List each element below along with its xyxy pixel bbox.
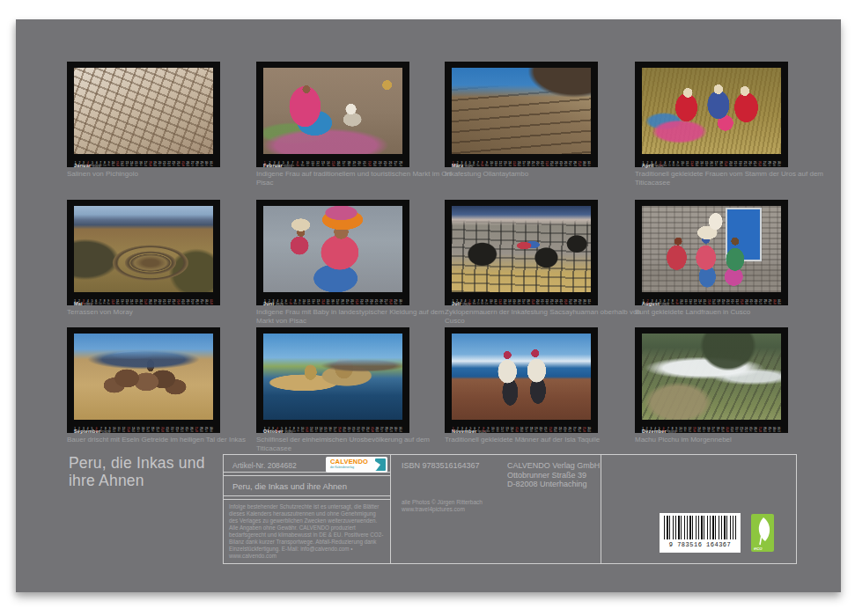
mini-calendar-day: 19Sa: [721, 428, 725, 434]
mini-calendar-day: 16Di: [331, 300, 335, 306]
mini-calendar-day: 4Mi: [465, 428, 468, 434]
month-photo: [642, 68, 781, 154]
month-caption: Traditionell gekleidete Frauen vom Stamm…: [635, 170, 834, 187]
mini-calendar-day: 2Do: [646, 162, 649, 168]
mini-calendar-day: 3Do: [650, 428, 652, 434]
mini-calendar-day: 17Do: [146, 428, 150, 434]
mini-calendar-day: 3Di: [461, 162, 462, 168]
mini-calendar-day: 22So: [549, 428, 553, 434]
mini-calendar-day: 12Fr: [312, 300, 315, 306]
mini-calendar-day: 6Fr: [473, 162, 475, 168]
calendar-month-tile: Juli2026 1Mi2Do3Fr4Sa5So6Mo7Di8Mi9Do10Fr…: [445, 200, 598, 305]
mini-calendar-day: 5Di: [92, 300, 93, 306]
mini-calendar-day: 24Mi: [370, 300, 373, 306]
mini-calendar-days: 1Do2Fr3Sa4So5Mo6Di7Mi8Do9Fr10Sa11So12Mo1…: [74, 162, 213, 168]
mini-calendar-day: 16Mo: [337, 162, 341, 168]
mini-calendar-day: 14Mi: [320, 428, 323, 434]
mini-calendar-day: 3Mi: [272, 300, 275, 306]
isbn-label: ISBN 9783516164367: [402, 461, 480, 470]
mini-calendar-day: 23Mo: [373, 162, 377, 168]
mini-calendar-day: 17Di: [525, 428, 528, 434]
month-caption: Indigene Frau auf traditionellem und tou…: [256, 170, 455, 187]
mini-calendar-day: 26Di: [187, 300, 190, 306]
mini-calendar-days: 1Mi2Do3Fr4Sa5So6Mo7Di8Mi9Do10Fr11Sa12So1…: [642, 162, 781, 168]
mini-calendar-day: 27So: [759, 428, 763, 434]
mini-calendar-day: 28Do: [195, 300, 199, 306]
mini-calendar-day: 8So: [482, 428, 484, 434]
mini-calendar-day: 24Di: [379, 162, 382, 168]
mini-calendar-day: 17Fr: [522, 300, 526, 306]
mini-calendar-day: 29Do: [201, 162, 204, 168]
mini-calendar-day: 22So: [546, 162, 549, 168]
mini-calendar-day: 17Di: [343, 162, 346, 168]
mini-calendar-day: 8Mi: [673, 162, 675, 168]
mini-calendar-day: 11Sa: [686, 162, 689, 168]
mini-calendar-day: 27Di: [380, 428, 384, 434]
mini-calendar-day: 30Mi: [210, 428, 213, 434]
month-caption: Zyklopenmauern der Inkafestung Sacsayhua…: [445, 308, 644, 325]
month-photo: [74, 68, 213, 154]
month-caption: Inkafestung Ollantaytambo: [445, 170, 644, 179]
mini-calendar-day: 9Fr: [107, 162, 109, 168]
mini-calendar-day: 1Di: [74, 428, 76, 434]
mini-calendar-day: 14Sa: [508, 162, 512, 168]
mini-calendar-day: 14Fr: [698, 300, 702, 306]
mini-calendar-day: 10Mo: [680, 300, 683, 306]
mini-calendar-day: 1Mo: [263, 300, 267, 306]
mini-calendar-day: 11Mi: [495, 162, 498, 168]
mini-calendar-day: 31Sa: [399, 428, 402, 434]
mini-calendar-day: 21Di: [734, 162, 738, 168]
mini-calendar-day: 8Do: [292, 428, 295, 434]
month-frame: Mai2026 1Fr2Sa3So4Mo5Di6Mi7Do8Fr9Sa10So1…: [67, 200, 220, 305]
mini-calendar-day: 24Di: [559, 428, 563, 434]
mini-calendar-day: 4Sa: [464, 300, 467, 306]
mini-calendar-day: 18Mo: [149, 300, 152, 306]
mini-calendar-day: 16Mi: [707, 428, 711, 434]
mini-calendar-day: 22Do: [167, 162, 171, 168]
mini-calendar-day: 29Di: [768, 428, 771, 434]
mini-calendar-day: 23Fr: [173, 162, 176, 168]
mini-calendar-day: 5So: [659, 162, 661, 168]
mini-calendar-day: 1Mi: [452, 300, 454, 306]
mini-calendar-day: 6Fr: [287, 162, 289, 168]
month-photo: [263, 68, 402, 154]
mini-calendar-day: 3Do: [82, 428, 85, 434]
mini-calendar-day: 10Fr: [681, 162, 684, 168]
mini-calendar-day: 11Mi: [312, 162, 314, 168]
mini-calendar-day: 2Di: [269, 300, 270, 306]
month-frame: Juli2026 1Mi2Do3Fr4Sa5So6Mo7Di8Mi9Do10Fr…: [445, 200, 598, 305]
month-caption: Schilfinsel der einheimischen Urosbevölk…: [256, 436, 455, 452]
mini-calendar-day: 19Mo: [343, 428, 346, 434]
mini-calendar-day: 31Do: [778, 428, 781, 434]
mini-calendar-day: 19So: [725, 162, 728, 168]
mini-calendar-day: 27Fr: [569, 162, 572, 168]
month-frame: Oktober2026 1Do2Fr3Sa4So5Mo6Di7Mi8Do9Fr1…: [256, 327, 409, 433]
mini-calendar-day: 20So: [726, 428, 729, 434]
mini-calendar-day: 15Do: [135, 162, 138, 168]
mini-calendar-day: 23Di: [365, 300, 369, 306]
month-frame: September2026 1Di2Mi3Do4Fr5Sa6So7Mo8Di9M…: [67, 327, 220, 433]
mini-calendar-day: 24Di: [555, 162, 558, 168]
mini-calendar-day: 3Di: [273, 162, 275, 168]
calendar-month-tile: Oktober2026 1Do2Fr3Sa4So5Mo6Di7Mi8Do9Fr1…: [256, 327, 409, 433]
mini-calendar-day: 14Sa: [511, 428, 514, 434]
mini-calendar-days: 1Mi2Do3Fr4Sa5So6Mo7Di8Mi9Do10Fr11Sa12So1…: [452, 300, 591, 306]
month-frame: März2026 1So2Mo3Di4Mi5Do6Fr7Sa8So9Mo10Di…: [445, 62, 598, 167]
calendar-title: Peru, die Inkas undihre Ahnen: [69, 454, 205, 489]
mini-calendar-day: 20Fr: [357, 162, 361, 168]
mini-calendar-day: 28Mo: [200, 428, 203, 434]
legal-text: Infolge bestehender Schutzrechte ist es …: [229, 503, 385, 560]
mini-calendar-day: 12Do: [499, 162, 503, 168]
mini-calendar-day: 17Sa: [334, 428, 337, 434]
mini-calendar-day: 6So: [95, 428, 98, 434]
mini-calendar-day: 6So: [662, 428, 665, 434]
calendar-month-tile: September2026 1Di2Mi3Do4Fr5Sa6So7Mo8Di9M…: [67, 327, 220, 433]
mini-calendar-day: 28Di: [768, 162, 771, 168]
calvendo-logo-tagline: der Kalenderverlag: [330, 465, 375, 471]
mini-calendar-day: 4So: [276, 428, 278, 434]
mini-calendar-day: 2Fr: [78, 162, 80, 168]
mini-calendar-day: 18Di: [717, 300, 720, 306]
mini-calendar-day: 13So: [127, 428, 130, 434]
mini-calendar-day: 19So: [532, 300, 535, 306]
mini-calendar-day: 7So: [289, 300, 291, 306]
